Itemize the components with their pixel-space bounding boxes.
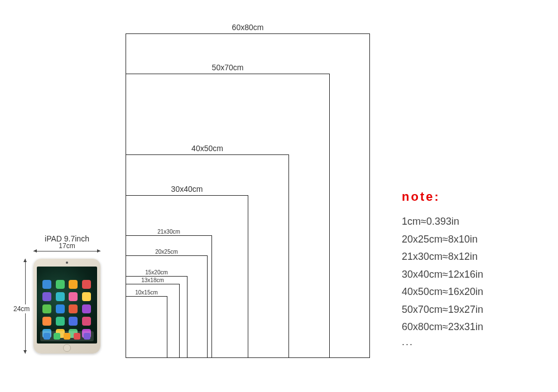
note-lines: 1cm≈0.393in20x25cm≈8x10in21x30cm≈8x12in3… bbox=[402, 213, 547, 336]
app-icon bbox=[56, 292, 65, 301]
app-icon bbox=[56, 304, 65, 313]
app-icon bbox=[82, 280, 91, 289]
note-line: 60x80cm≈23x31in bbox=[402, 318, 547, 336]
camera-dot-icon bbox=[66, 262, 68, 264]
dock-app-icon bbox=[74, 333, 80, 340]
app-icon bbox=[42, 304, 51, 313]
app-icon bbox=[82, 317, 91, 326]
app-icon bbox=[69, 280, 78, 289]
ipad-height-text: 24cm bbox=[13, 304, 30, 313]
app-icon bbox=[56, 280, 65, 289]
size-label-21x30: 21x30cm bbox=[126, 229, 211, 235]
ipad-device-illustration bbox=[33, 259, 100, 354]
app-icon bbox=[69, 292, 78, 301]
app-icon bbox=[69, 317, 78, 326]
note-line: 20x25cm≈8x10in bbox=[402, 231, 547, 249]
app-icon bbox=[82, 292, 91, 301]
ipad-reference: iPAD 9.7inch 17cm 24cm bbox=[17, 234, 117, 354]
note-panel: note: 1cm≈0.393in20x25cm≈8x10in21x30cm≈8… bbox=[402, 190, 547, 348]
dock-app-icon bbox=[54, 333, 60, 340]
app-icon bbox=[82, 304, 91, 313]
size-label-20x25: 20x25cm bbox=[126, 249, 207, 255]
ipad-app-grid bbox=[42, 280, 92, 338]
note-line: 50x70cm≈19x27in bbox=[402, 301, 547, 319]
size-rect-10x15: 10x15cm bbox=[126, 296, 167, 358]
app-icon bbox=[42, 292, 51, 301]
home-button-icon bbox=[63, 344, 71, 352]
ipad-height-dimension: 24cm bbox=[17, 259, 33, 354]
size-label-10x15: 10x15cm bbox=[126, 289, 167, 296]
size-label-15x20: 15x20cm bbox=[126, 269, 187, 275]
note-line: 40x50cm≈16x20in bbox=[402, 283, 547, 301]
app-icon bbox=[42, 317, 51, 326]
note-title: note: bbox=[402, 190, 547, 204]
ipad-dock bbox=[40, 331, 94, 341]
size-label-30x40: 30x40cm bbox=[126, 185, 248, 193]
ipad-screen bbox=[37, 267, 97, 343]
note-line: 30x40cm≈12x16in bbox=[402, 266, 547, 284]
size-label-50x70: 50x70cm bbox=[126, 63, 329, 72]
size-label-40x50: 40x50cm bbox=[126, 144, 288, 153]
note-line: 1cm≈0.393in bbox=[402, 213, 547, 231]
size-label-60x80: 60x80cm bbox=[126, 23, 369, 32]
ipad-width-dimension: 17cm bbox=[33, 245, 100, 257]
app-icon bbox=[69, 304, 78, 313]
note-line: 21x30cm≈8x12in bbox=[402, 248, 547, 266]
app-icon bbox=[56, 317, 65, 326]
size-comparison-rects: 60x80cm50x70cm40x50cm30x40cm21x30cm20x25… bbox=[126, 35, 371, 358]
size-label-13x18: 13x18cm bbox=[126, 277, 179, 283]
app-icon bbox=[42, 280, 51, 289]
ipad-width-text: 17cm bbox=[56, 242, 78, 250]
dock-app-icon bbox=[84, 333, 90, 340]
dock-app-icon bbox=[64, 333, 70, 340]
note-ellipsis: ... bbox=[402, 336, 547, 348]
dock-app-icon bbox=[44, 333, 50, 340]
